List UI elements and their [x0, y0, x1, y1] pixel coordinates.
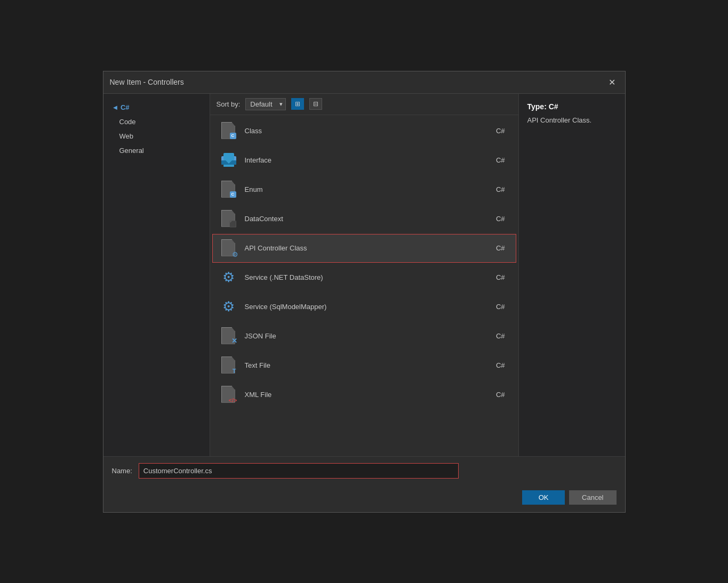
json-lang: C#: [496, 332, 505, 340]
apicontroller-name: API Controller Class: [245, 244, 496, 252]
service-sql-name: Service (SqlModelMapper): [245, 303, 496, 311]
close-button[interactable]: ✕: [605, 76, 619, 88]
type-description: API Controller Class.: [527, 115, 617, 126]
list-item-textfile[interactable]: T Text File C#: [212, 351, 516, 380]
datacontext-lang: C#: [496, 215, 505, 223]
service-net-icon: ⚙: [219, 268, 238, 287]
textfile-name: Text File: [245, 361, 496, 369]
list-item-service-net[interactable]: ⚙ Service (.NET DataStore) C#: [212, 263, 516, 292]
list-item-class[interactable]: C Class C#: [212, 117, 516, 145]
xmlfile-name: XML File: [245, 391, 496, 399]
sort-label: Sort by:: [217, 100, 241, 108]
sidebar-item-general[interactable]: General: [103, 143, 210, 158]
svg-rect-4: [223, 165, 234, 167]
apicontroller-lang: C#: [496, 244, 505, 252]
items-list: C Class C#: [210, 115, 518, 456]
name-label: Name:: [112, 467, 132, 475]
service-net-lang: C#: [496, 273, 505, 281]
svg-rect-2: [223, 153, 234, 160]
interface-icon: [219, 151, 238, 170]
sort-select[interactable]: Default Name Type: [245, 98, 286, 110]
service-sql-lang: C#: [496, 303, 505, 311]
sidebar: ◄ C# Code Web General: [103, 94, 210, 456]
footer-buttons: OK Cancel: [103, 485, 625, 512]
json-name: JSON File: [245, 332, 496, 340]
list-item-datacontext[interactable]: ⬛ DataContext C#: [212, 205, 516, 233]
list-item-service-sql[interactable]: ⚙ Service (SqlModelMapper) C#: [212, 293, 516, 321]
xmlfile-icon: </>: [219, 385, 238, 404]
datacontext-name: DataContext: [245, 215, 496, 223]
bottom-area: Name:: [103, 456, 625, 485]
list-item-json[interactable]: ✕ JSON File C#: [212, 322, 516, 351]
textfile-lang: C#: [496, 361, 505, 369]
sidebar-item-code[interactable]: Code: [103, 115, 210, 129]
class-lang: C#: [496, 127, 505, 135]
name-input[interactable]: [139, 463, 459, 479]
view-list-button[interactable]: ⊟: [309, 98, 322, 110]
dialog-title: New Item - Controllers: [110, 78, 184, 86]
main-area: ◄ C# Code Web General Sort by: Default N…: [103, 94, 625, 456]
enum-name: Enum: [245, 185, 496, 193]
list-item-interface[interactable]: Interface C#: [212, 146, 516, 175]
interface-name: Interface: [245, 156, 496, 164]
view-grid-button[interactable]: ⊞: [291, 98, 304, 110]
sidebar-item-csharp[interactable]: ◄ C#: [103, 100, 210, 115]
service-net-name: Service (.NET DataStore): [245, 273, 496, 281]
list-item-enum[interactable]: C Enum C#: [212, 175, 516, 204]
apicontroller-icon: ⚙: [219, 239, 238, 258]
enum-icon: C: [219, 180, 238, 199]
enum-lang: C#: [496, 185, 505, 193]
toolbar: Sort by: Default Name Type ⊞ ⊟: [210, 94, 518, 115]
type-label: Type: C#: [527, 102, 617, 111]
class-icon: C: [219, 122, 238, 141]
class-name: Class: [245, 127, 496, 135]
cancel-button[interactable]: Cancel: [569, 490, 616, 505]
datacontext-icon: ⬛: [219, 209, 238, 229]
service-sql-icon: ⚙: [219, 297, 238, 317]
sidebar-item-web[interactable]: Web: [103, 129, 210, 143]
right-panel: Type: C# API Controller Class.: [518, 94, 625, 456]
svg-marker-3: [225, 159, 233, 164]
list-item-apicontroller[interactable]: ⚙ API Controller Class C#: [212, 234, 516, 263]
textfile-icon: T: [219, 356, 238, 375]
content-area: Sort by: Default Name Type ⊞ ⊟: [210, 94, 518, 456]
new-item-dialog: New Item - Controllers ✕ ◄ C# Code Web G…: [103, 71, 626, 513]
json-icon: ✕: [219, 327, 238, 346]
sort-select-wrapper: Default Name Type: [245, 98, 286, 110]
list-item-xmlfile[interactable]: </> XML File C#: [212, 380, 516, 409]
ok-button[interactable]: OK: [522, 490, 565, 505]
title-bar: New Item - Controllers ✕: [103, 71, 625, 94]
interface-lang: C#: [496, 156, 505, 164]
xmlfile-lang: C#: [496, 391, 505, 399]
